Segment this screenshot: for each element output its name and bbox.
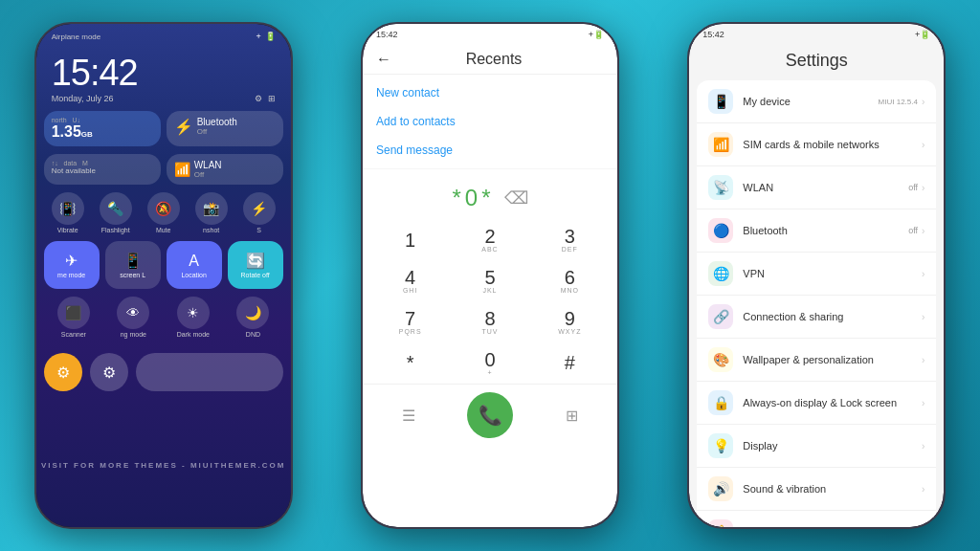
- mute-action[interactable]: 🔕 Mute: [147, 192, 180, 233]
- settings-item-display[interactable]: 💡 Display ›: [697, 425, 936, 468]
- phone2-statusbar: 15:42 +🔋: [363, 24, 617, 45]
- dial-key-hash[interactable]: #: [530, 342, 610, 384]
- wallpaper-icon: 🎨: [708, 347, 733, 372]
- battery-add-icon: +: [256, 32, 260, 41]
- recents-title: Recents: [403, 51, 585, 68]
- extra-action[interactable]: ⚡ S: [243, 192, 276, 233]
- bt-icon-row: ⚡ Bluetooth Off: [174, 117, 276, 136]
- send-message-option[interactable]: Send message: [376, 136, 604, 165]
- bluetooth-settings-label: Bluetooth: [743, 225, 899, 236]
- dial-key-6[interactable]: 6 MNO: [530, 260, 610, 301]
- weather-widget: north U↓ 1.35GB: [44, 111, 161, 146]
- screenshot-action[interactable]: 📸 nshot: [195, 192, 228, 233]
- settings-item-bluetooth[interactable]: 🔵 Bluetooth off ›: [697, 209, 936, 253]
- dial-alpha-6: MNO: [561, 287, 579, 294]
- dial-key-star[interactable]: *: [370, 342, 450, 384]
- data-status: Not available: [52, 166, 153, 175]
- mydevice-chevron: ›: [922, 97, 924, 107]
- settings-item-notifications[interactable]: 🔔 Notifications & Control center ›: [697, 511, 936, 527]
- settings-item-wlan[interactable]: 📡 WLAN off ›: [697, 166, 936, 209]
- add-to-contacts-option[interactable]: Add to contacts: [376, 107, 604, 136]
- scanner-item[interactable]: ⬛ Scanner: [57, 297, 90, 338]
- display-chevron: ›: [922, 441, 924, 452]
- wlan-widget[interactable]: 📶 WLAN Off: [167, 154, 283, 185]
- location-toggle[interactable]: A Location: [167, 241, 222, 289]
- dial-key-8[interactable]: 8 TUV: [450, 301, 529, 342]
- new-contact-option[interactable]: New contact: [376, 78, 604, 107]
- settings-item-aod[interactable]: 🔒 Always-on display & Lock screen ›: [697, 382, 936, 425]
- reading-item[interactable]: 👁 ng mode: [117, 297, 149, 338]
- notifications-chevron: ›: [922, 527, 924, 528]
- data-widget[interactable]: ↑↓ data M Not available: [44, 154, 161, 185]
- flashlight-label: Flashlight: [101, 227, 130, 233]
- darkmode-item[interactable]: ☀ Dark mode: [177, 297, 210, 338]
- grid-icon[interactable]: ⊞: [268, 94, 276, 103]
- wlan-settings-label: WLAN: [743, 182, 899, 193]
- time-display: 15:42 Monday, July 26 ⚙ ⊞: [36, 45, 291, 107]
- settings-title: Settings: [689, 45, 944, 80]
- settings-item-sim[interactable]: 📶 SIM cards & mobile networks ›: [697, 123, 936, 166]
- quick-actions-row: 📳 Vibrate 🔦 Flashlight 🔕 Mute 📸 nshot ⚡ …: [36, 188, 291, 237]
- settings-button[interactable]: ⚙: [44, 353, 82, 391]
- rotate-toggle[interactable]: 🔄 Rotate off: [228, 241, 283, 289]
- dnd-label: DND: [246, 331, 260, 338]
- phone2-frame: 15:42 +🔋 ← Recents New contact Add to co…: [361, 22, 619, 529]
- back-button[interactable]: ←: [376, 51, 391, 68]
- dial-key-1[interactable]: 1: [370, 219, 450, 260]
- dial-key-2[interactable]: 2 ABC: [450, 219, 529, 260]
- settings-item-vpn[interactable]: 🌐 VPN ›: [697, 253, 936, 296]
- dial-key-7[interactable]: 7 PQRS: [370, 301, 450, 342]
- dnd-item[interactable]: 🌙 DND: [236, 297, 269, 338]
- dial-alpha-4: GHI: [403, 287, 417, 294]
- screen-icon: 📱: [123, 252, 143, 270]
- dial-alpha-7: PQRS: [399, 328, 422, 335]
- dial-key-9[interactable]: 9 WXYZ: [530, 301, 610, 342]
- weather-label: north U↓: [52, 117, 153, 123]
- airplane-toggle[interactable]: ✈ me mode: [44, 241, 100, 289]
- dial-key-4[interactable]: 4 GHI: [370, 260, 450, 301]
- settings-item-connection[interactable]: 🔗 Connection & sharing ›: [697, 296, 936, 339]
- mydevice-right: MIUI 12.5.4 ›: [879, 97, 925, 107]
- wlan-settings-icon: 📡: [708, 175, 733, 200]
- settings2-button[interactable]: ⚙: [90, 353, 128, 391]
- display-right: ›: [922, 441, 924, 452]
- extra-icon: ⚡: [243, 192, 276, 225]
- dial-star: *: [407, 352, 414, 374]
- phone2-screen: 15:42 +🔋 ← Recents New contact Add to co…: [363, 24, 617, 527]
- flashlight-action[interactable]: 🔦 Flashlight: [100, 192, 132, 233]
- dialer-display: *0* ⌫: [363, 169, 617, 219]
- vibrate-action[interactable]: 📳 Vibrate: [52, 192, 84, 233]
- call-button[interactable]: 📞: [467, 392, 513, 438]
- scanner-label: Scanner: [61, 331, 86, 338]
- dial-alpha-8: TUV: [481, 328, 498, 335]
- vpn-chevron: ›: [922, 269, 924, 279]
- display-icon: 💡: [708, 433, 733, 458]
- dialer-grid: 1 2 ABC 3 DEF 4 GHI 5 JKL 6 MNO: [363, 219, 617, 384]
- sim-label: SIM cards & mobile networks: [743, 139, 912, 150]
- backspace-button[interactable]: ⌫: [504, 187, 528, 209]
- dial-key-0[interactable]: 0 +: [450, 342, 529, 384]
- dial-key-5[interactable]: 5 JKL: [450, 260, 529, 301]
- settings-icon[interactable]: ⚙: [255, 94, 262, 103]
- dial-key-3[interactable]: 3 DEF: [530, 219, 610, 260]
- phone3-frame: 15:42 +🔋 Settings 📱 My device MIUI 12.5.…: [687, 22, 946, 529]
- bluetooth-settings-right: off ›: [908, 226, 924, 236]
- mydevice-icon: 📱: [708, 89, 733, 114]
- dialer-menu-icon[interactable]: ☰: [402, 407, 415, 425]
- vpn-icon: 🌐: [708, 261, 733, 286]
- settings-item-mydevice[interactable]: 📱 My device MIUI 12.5.4 ›: [697, 80, 936, 123]
- phone3-status-icons: +🔋: [915, 30, 930, 39]
- vibrate-icon: 📳: [52, 192, 84, 225]
- settings-list: 📱 My device MIUI 12.5.4 › 📶 SIM cards & …: [697, 80, 936, 527]
- rotate-label: Rotate off: [241, 272, 270, 278]
- current-date: Monday, July 26: [52, 94, 114, 103]
- sound-right: ›: [922, 484, 924, 495]
- sound-chevron: ›: [922, 484, 924, 495]
- phone1-statusbar: Airplane mode + 🔋: [36, 24, 291, 45]
- settings-item-wallpaper[interactable]: 🎨 Wallpaper & personalization ›: [697, 339, 936, 382]
- screen-toggle[interactable]: 📱 screen L: [105, 241, 161, 289]
- date-icons: ⚙ ⊞: [255, 94, 276, 103]
- settings-item-sound[interactable]: 🔊 Sound & vibration ›: [697, 468, 936, 511]
- bluetooth-widget[interactable]: ⚡ Bluetooth Off: [167, 111, 283, 146]
- dialer-keypad-icon[interactable]: ⊞: [566, 407, 578, 425]
